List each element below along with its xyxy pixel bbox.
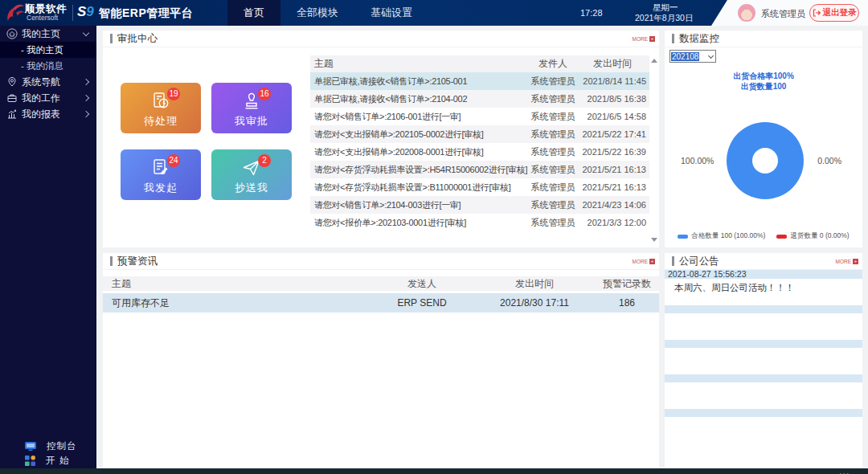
tile-initiated-by-me[interactable]: 24 我发起 — [121, 149, 201, 200]
my-approvals-count-badge: 16 — [258, 88, 271, 100]
announcement-item[interactable] — [665, 340, 862, 374]
announcement-list: 2021-08-27 15:56:23 本周六、周日公司活动！！！ — [665, 270, 862, 468]
legend-swatch-return — [776, 235, 787, 239]
pending-count-badge: 19 — [167, 88, 180, 100]
alerts-more-button[interactable]: MORE+ — [633, 259, 656, 264]
chart-legend: 合格数量 100 (100.00%) 退货数量 0 (0.00%) — [665, 231, 862, 241]
announcements-more-button[interactable]: MORE+ — [836, 259, 859, 264]
tile-cc-to-me[interactable]: 2 抄送我 — [211, 149, 292, 200]
approval-center-panel: 审批中心 MORE+ 19 待处理 16 我审批 24 我发起 — [103, 31, 659, 247]
approval-table-header: 主题 发件人 发出时间 — [310, 55, 649, 72]
approval-panel-header: 审批中心 MORE+ — [103, 31, 659, 47]
sidebar-subitem-my-home[interactable]: - 我的主页 — [0, 42, 96, 58]
donut-left-label: 100.00% — [681, 156, 714, 165]
sidebar-subitem-my-messages[interactable]: - 我的消息 — [0, 58, 96, 74]
approval-panel-title: 审批中心 — [117, 32, 158, 46]
approval-table-row[interactable]: 单据已审核,请接收<销售订单>:2104-002 系统管理员 2021/8/5 … — [310, 90, 649, 108]
period-select[interactable]: 202108 — [669, 50, 716, 63]
announcements-panel: 公司公告 MORE+ 2021-08-27 15:56:23 本周六、周日公司活… — [665, 253, 862, 468]
header-marker — [672, 34, 674, 43]
scroll-up-icon[interactable] — [651, 59, 657, 63]
announcements-panel-header: 公司公告 MORE+ — [665, 253, 862, 270]
announcements-panel-title: 公司公告 — [679, 255, 719, 268]
tab-all-modules[interactable]: 全部模块 — [280, 0, 354, 26]
shipment-qty-text: 出货数量100 — [665, 81, 862, 92]
approval-scrollbar[interactable] — [649, 57, 657, 243]
announcement-content — [665, 417, 862, 443]
announcement-date — [665, 305, 862, 313]
tile-my-approvals[interactable]: 16 我审批 — [211, 83, 292, 133]
approval-table-row[interactable]: 请您对<销售订单>:2104-003进行[一审] 系统管理员 2021/4/23… — [310, 196, 649, 214]
user-name: 系统管理员 — [761, 8, 805, 20]
announcement-item[interactable] — [665, 409, 862, 443]
chevron-down-icon — [83, 29, 89, 35]
announcement-content: 本周六、周日公司活动！！！ — [665, 279, 862, 305]
scroll-down-icon[interactable] — [651, 238, 657, 242]
alerts-panel: 预警资讯 MORE+ 主题 发送人 发出时间 预警记录数 可用库存不足 ERP … — [103, 253, 659, 468]
approval-table-row[interactable]: 单据已审核,请接收<销售订单>:2105-001 系统管理员 2021/8/14… — [310, 72, 649, 90]
approval-table-row[interactable]: 请您对<存货浮动耗损率设置>:H54R15006002进行[审核] 系统管理员 … — [310, 161, 649, 178]
sidebar-footer: 控制台 开 始 — [0, 439, 96, 468]
pass-rate-text: 出货合格率100% — [665, 71, 862, 81]
approval-table-row[interactable]: 请您对<存货浮动耗损率设置>:B11000001进行[审核] 系统管理员 202… — [310, 178, 649, 196]
approval-table-row[interactable]: 请您对<报价单>:202103-0001进行[审核] 系统管理员 2021/3/… — [310, 214, 649, 231]
announcement-date — [665, 340, 862, 348]
page: 顺景软件 Centersoft S9 智能ERP管理平台 首页 全部模块 基础设… — [0, 0, 868, 474]
header-marker — [672, 256, 674, 266]
approval-more-button[interactable]: MORE+ — [633, 36, 656, 42]
chevron-right-icon — [83, 79, 89, 85]
bar-chart-icon — [6, 108, 18, 120]
data-monitor-panel: 数据监控 202108 出货合格率100% 出货数量100 100.00% 0.… — [665, 31, 862, 247]
tile-pending[interactable]: 19 待处理 — [121, 83, 201, 133]
footer-bar: ... — [0, 468, 868, 474]
initiated-count-badge: 24 — [167, 154, 180, 167]
sidebar: 我的主页 - 我的主页 - 我的消息 系统导航 我的工作 我的报表 控制台 — [0, 26, 96, 474]
sidebar-item-system-nav[interactable]: 系统导航 — [0, 74, 96, 90]
start-grid-icon — [24, 455, 36, 467]
donut-chart — [727, 122, 804, 199]
announcement-date: 2021-08-27 15:56:23 — [665, 270, 862, 279]
product-logo: S9 — [77, 4, 94, 20]
announcement-content — [665, 382, 862, 409]
tab-basic-settings[interactable]: 基础设置 — [354, 0, 428, 26]
monitor-stats: 出货合格率100% 出货数量100 — [665, 71, 862, 92]
user-area: 系统管理员 退出登录 — [711, 0, 868, 26]
alerts-rows: 可用库存不足 ERP SEND 2021/8/30 17:11 186 — [103, 293, 659, 313]
chevron-right-icon — [83, 111, 89, 117]
top-nav: 首页 全部模块 基础设置 — [227, 0, 428, 26]
main-content: 审批中心 MORE+ 19 待处理 16 我审批 24 我发起 — [96, 26, 868, 474]
announcement-item[interactable] — [665, 305, 862, 340]
weekday: 星期一 — [653, 2, 678, 14]
alerts-panel-title: 预警资讯 — [117, 255, 158, 268]
header-marker — [110, 256, 113, 266]
select-arrow-icon — [708, 52, 714, 58]
monitor-panel-header: 数据监控 — [665, 31, 862, 47]
tab-home[interactable]: 首页 — [227, 0, 280, 26]
announcement-item[interactable] — [665, 374, 862, 409]
chevron-right-icon — [83, 95, 89, 101]
console-button[interactable]: 控制台 — [0, 439, 96, 452]
home-icon — [6, 28, 18, 39]
avatar[interactable] — [738, 4, 755, 22]
announcement-item[interactable]: 2021-08-27 15:56:23 本周六、周日公司活动！！！ — [665, 270, 862, 305]
approval-table-row[interactable]: 请您对<支出报销单>:202105-0002进行[审核] 系统管理员 2021/… — [310, 125, 649, 143]
alert-table-row[interactable]: 可用库存不足 ERP SEND 2021/8/30 17:11 186 — [103, 293, 659, 313]
console-icon — [24, 441, 37, 452]
logo-divider — [72, 5, 73, 21]
company-logo-icon — [5, 2, 25, 23]
sidebar-item-my-reports[interactable]: 我的报表 — [0, 106, 96, 122]
donut-hole — [752, 148, 778, 174]
approval-table-row[interactable]: 请您对<销售订单>:2106-001进行[一审] 系统管理员 2021/6/5 … — [310, 108, 649, 125]
start-button[interactable]: 开 始 — [0, 454, 96, 467]
announcement-content — [665, 313, 862, 340]
clock-time: 17:28 — [580, 8, 603, 18]
logout-button[interactable]: 退出登录 — [809, 4, 859, 22]
company-name-en: Centersoft — [27, 14, 58, 22]
announcement-date — [665, 409, 862, 417]
approval-table-row[interactable]: 请您对<支出报销单>:202008-0001进行[审核] 系统管理员 2021/… — [310, 143, 649, 161]
briefcase-icon — [6, 92, 18, 104]
announcement-content — [665, 348, 862, 374]
sidebar-item-my-work[interactable]: 我的工作 — [0, 90, 96, 106]
sidebar-item-my-home[interactable]: 我的主页 — [0, 26, 96, 42]
approval-rows: 单据已审核,请接收<销售订单>:2105-001 系统管理员 2021/8/14… — [310, 72, 649, 231]
